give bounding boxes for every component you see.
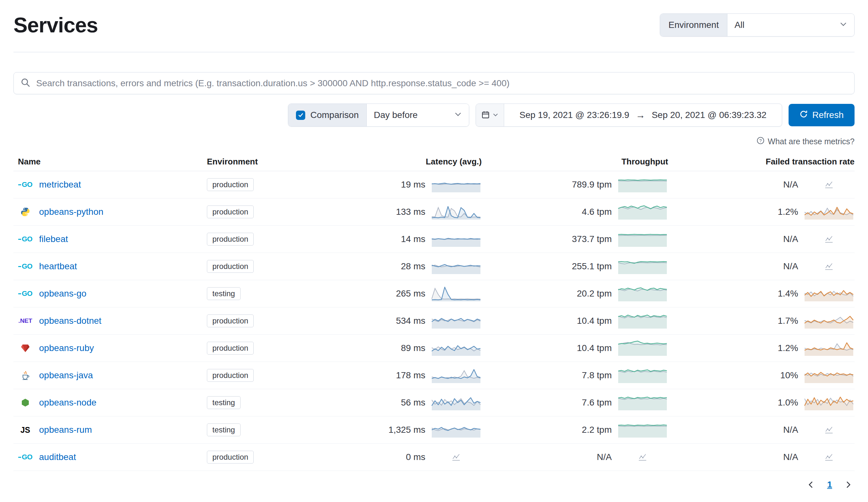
chevron-down-icon [839, 20, 847, 30]
search-input[interactable] [35, 78, 847, 89]
environment-badge: production [207, 342, 254, 354]
page-header: Services Environment All [13, 0, 855, 37]
failed-rate-sparkline [803, 448, 855, 466]
latency-value: 133 ms [396, 207, 425, 217]
column-header-failed-rate[interactable]: Failed transaction rate [668, 157, 855, 167]
table-row[interactable]: GO opbeans-go testing 265 ms 20.2 tpm 1.… [13, 280, 855, 308]
latency-cell: 19 ms [295, 176, 482, 194]
python-agent-icon [18, 207, 33, 217]
table-row[interactable]: .NET opbeans-dotnet production 534 ms 10… [13, 308, 855, 335]
table-row[interactable]: opbeans-java production 178 ms 7.8 tpm 1… [13, 362, 855, 389]
throughput-cell: 255.1 tpm [482, 258, 668, 275]
service-link[interactable]: auditbeat [39, 452, 76, 462]
refresh-icon [799, 110, 808, 121]
table-row[interactable]: opbeans-ruby production 89 ms 10.4 tpm 1… [13, 335, 855, 362]
column-header-latency[interactable]: Latency (avg.) [295, 157, 482, 167]
failed-rate-cell: 1.7% [668, 312, 855, 330]
next-page-button[interactable] [843, 480, 853, 490]
service-link[interactable]: opbeans-dotnet [39, 316, 102, 326]
service-link[interactable]: opbeans-java [39, 370, 93, 381]
failed-rate-value: N/A [783, 261, 798, 272]
service-link[interactable]: filebeat [39, 234, 68, 244]
table-row[interactable]: GO filebeat production 14 ms 373.7 tpm N… [13, 226, 855, 253]
environment-select[interactable]: All [727, 14, 854, 36]
table-row[interactable]: opbeans-node testing 56 ms 7.6 tpm 1.0% [13, 389, 855, 416]
table-row[interactable]: GO heartbeat production 28 ms 255.1 tpm … [13, 253, 855, 280]
comparison-period-value: Day before [374, 110, 418, 120]
comparison-checkbox[interactable] [296, 111, 305, 120]
latency-sparkline [431, 394, 482, 412]
throughput-cell: 7.8 tpm [482, 367, 668, 384]
table-row[interactable]: GO metricbeat production 19 ms 789.9 tpm… [13, 171, 855, 199]
empty-chart-icon [638, 452, 647, 462]
failed-rate-sparkline [803, 285, 855, 303]
environment-cell: production [203, 451, 295, 463]
date-range[interactable]: Sep 19, 2021 @ 23:26:19.9 → Sep 20, 2021… [504, 104, 782, 126]
table-body: GO metricbeat production 19 ms 789.9 tpm… [13, 171, 855, 471]
latency-value: 89 ms [401, 343, 425, 353]
latency-value: 0 ms [406, 452, 425, 462]
throughput-sparkline [617, 448, 668, 466]
failed-rate-cell: N/A [668, 230, 855, 248]
comparison-period-select[interactable]: Day before [367, 104, 469, 126]
go-agent-icon: GO [18, 453, 33, 461]
chevron-down-icon [454, 110, 462, 120]
comparison-label: Comparison [310, 110, 359, 120]
apm-services-page: Services Environment All Comparison [0, 0, 868, 490]
service-name-cell: opbeans-ruby [13, 343, 203, 353]
latency-cell: 89 ms [295, 339, 482, 357]
service-link[interactable]: opbeans-python [39, 207, 103, 217]
latency-sparkline [431, 312, 482, 330]
latency-sparkline [431, 339, 482, 357]
column-header-throughput[interactable]: Throughput [482, 157, 668, 167]
latency-value: 1,325 ms [389, 425, 425, 435]
throughput-value: 2.2 tpm [582, 425, 612, 435]
throughput-cell: 10.4 tpm [482, 312, 668, 330]
environment-badge: production [207, 205, 254, 218]
environment-badge: testing [207, 396, 240, 409]
service-name-cell: GO heartbeat [13, 261, 203, 272]
refresh-button[interactable]: Refresh [788, 104, 855, 126]
service-link[interactable]: metricbeat [39, 180, 81, 190]
comparison-checkbox-group[interactable]: Comparison [288, 104, 367, 126]
service-link[interactable]: heartbeat [39, 261, 77, 272]
date-quick-select-button[interactable] [476, 104, 504, 126]
column-header-name[interactable]: Name [13, 157, 203, 167]
failed-rate-sparkline [803, 421, 855, 439]
service-link[interactable]: opbeans-go [39, 289, 86, 299]
service-name-cell: opbeans-java [13, 370, 203, 381]
environment-cell: production [203, 369, 295, 382]
environment-badge: production [207, 260, 254, 273]
failed-rate-sparkline [803, 203, 855, 221]
latency-value: 28 ms [401, 261, 425, 272]
failed-rate-cell: N/A [668, 176, 855, 194]
table-row[interactable]: GO auditbeat production 0 ms N/A N/A [13, 444, 855, 471]
date-start[interactable]: Sep 19, 2021 @ 23:26:19.9 [519, 110, 629, 120]
date-end[interactable]: Sep 20, 2021 @ 06:39:23.32 [652, 110, 767, 120]
column-header-environment[interactable]: Environment [203, 157, 295, 167]
service-link[interactable]: opbeans-ruby [39, 343, 94, 353]
service-link[interactable]: opbeans-node [39, 398, 96, 408]
previous-page-button[interactable] [806, 480, 816, 490]
service-name-cell: GO auditbeat [13, 452, 203, 462]
latency-cell: 28 ms [295, 258, 482, 275]
empty-chart-icon [824, 234, 834, 244]
metrics-help-link[interactable]: ? What are these metrics? [13, 137, 855, 147]
service-link[interactable]: opbeans-rum [39, 425, 92, 435]
throughput-value: 10.4 tpm [577, 316, 612, 326]
table-row[interactable]: JS opbeans-rum testing 1,325 ms 2.2 tpm … [13, 416, 855, 444]
page-1-button[interactable]: 1 [825, 479, 834, 490]
failed-rate-sparkline [803, 367, 855, 384]
go-agent-icon: GO [18, 235, 33, 243]
service-name-cell: JS opbeans-rum [13, 425, 203, 435]
environment-cell: production [203, 178, 295, 191]
latency-cell: 56 ms [295, 394, 482, 412]
throughput-value: 255.1 tpm [572, 261, 612, 272]
failed-rate-cell: N/A [668, 258, 855, 275]
environment-cell: production [203, 260, 295, 273]
environment-cell: testing [203, 396, 295, 409]
dotnet-agent-icon: .NET [18, 317, 33, 324]
environment-badge: production [207, 314, 254, 327]
table-row[interactable]: opbeans-python production 133 ms 4.6 tpm… [13, 199, 855, 226]
throughput-sparkline [617, 176, 668, 194]
